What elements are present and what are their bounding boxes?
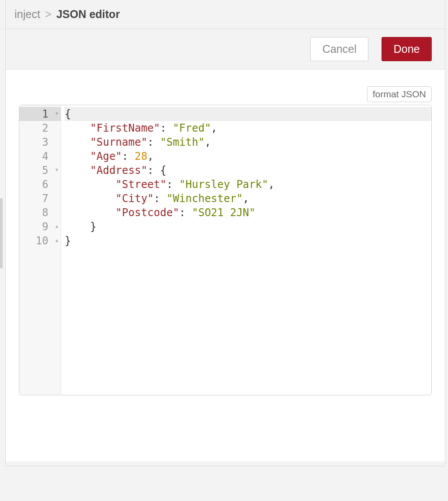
token-key: "Postcode": [116, 206, 180, 219]
token-punct: ,: [205, 136, 211, 148]
gutter-line: 3: [19, 135, 61, 149]
code-line[interactable]: {: [65, 107, 431, 121]
code-line[interactable]: "FirstName": "Fred",: [65, 121, 431, 135]
token-punct: :: [154, 192, 166, 205]
token-key: "Surname": [90, 136, 147, 148]
gutter-line: 5: [19, 163, 61, 177]
code-line[interactable]: }: [65, 220, 431, 234]
token-key: "Age": [90, 150, 122, 162]
token-num: 28: [135, 150, 147, 162]
editor-tray: inject > JSON editor Cancel Done format …: [5, 0, 445, 466]
token-punct: ,: [268, 178, 274, 191]
breadcrumb-separator: >: [45, 8, 51, 20]
token-key: "City": [116, 192, 154, 205]
cancel-button[interactable]: Cancel: [310, 37, 368, 61]
token-str: "SO21 2JN": [192, 206, 256, 219]
json-editor[interactable]: 12345678910 { "FirstName": "Fred", "Surn…: [19, 105, 432, 395]
token-punct: :: [122, 150, 135, 162]
editor-code[interactable]: { "FirstName": "Fred", "Surname": "Smith…: [61, 105, 431, 395]
breadcrumb-parent[interactable]: inject: [15, 8, 40, 20]
token-punct: : {: [147, 164, 166, 177]
token-punct: :: [166, 178, 179, 191]
code-line[interactable]: "Age": 28,: [65, 149, 431, 163]
editor-gutter: 12345678910: [19, 105, 61, 395]
gutter-line: 10: [19, 234, 61, 248]
format-row: format JSON: [19, 86, 432, 102]
window-scrollbar-stub: [0, 198, 3, 269]
fold-open-icon[interactable]: [55, 107, 58, 121]
code-line[interactable]: "City": "Winchester",: [65, 192, 431, 206]
toolbar: Cancel Done: [6, 29, 445, 70]
done-button[interactable]: Done: [382, 37, 432, 61]
token-key: "FirstName": [90, 122, 160, 134]
fold-close-icon[interactable]: [55, 219, 58, 233]
token-punct: {: [65, 108, 71, 120]
token-punct: :: [147, 136, 160, 148]
format-json-button[interactable]: format JSON: [367, 86, 432, 102]
token-punct: ,: [243, 192, 249, 205]
token-punct: :: [179, 206, 192, 219]
gutter-line: 8: [19, 206, 61, 220]
token-str: "Hursley Park": [179, 178, 268, 191]
token-str: "Winchester": [166, 192, 242, 205]
breadcrumb-current: JSON editor: [56, 8, 120, 20]
fold-close-icon[interactable]: [55, 233, 58, 247]
token-key: "Address": [90, 164, 147, 177]
fold-open-icon[interactable]: [55, 163, 58, 177]
breadcrumb: inject > JSON editor: [6, 0, 445, 29]
token-punct: }: [65, 235, 71, 247]
token-str: "Smith": [160, 136, 205, 148]
code-line[interactable]: "Surname": "Smith",: [65, 135, 431, 149]
code-line[interactable]: "Address": {: [65, 163, 431, 177]
gutter-line: 6: [19, 177, 61, 192]
gutter-line: 2: [19, 121, 61, 135]
gutter-line: 7: [19, 192, 61, 206]
content-area: format JSON 12345678910 { "FirstName": "…: [6, 70, 445, 466]
code-line[interactable]: "Postcode": "SO21 2JN": [65, 206, 431, 220]
token-key: "Street": [116, 178, 167, 191]
gutter-line: 9: [19, 220, 61, 234]
gutter-line: 1: [19, 107, 61, 121]
code-line[interactable]: "Street": "Hursley Park",: [65, 177, 431, 192]
code-line[interactable]: }: [65, 234, 431, 248]
token-punct: :: [160, 122, 173, 134]
gutter-line: 4: [19, 149, 61, 163]
token-str: "Fred": [173, 122, 211, 134]
token-punct: }: [90, 221, 96, 233]
token-punct: ,: [211, 122, 217, 134]
token-punct: ,: [147, 150, 154, 162]
